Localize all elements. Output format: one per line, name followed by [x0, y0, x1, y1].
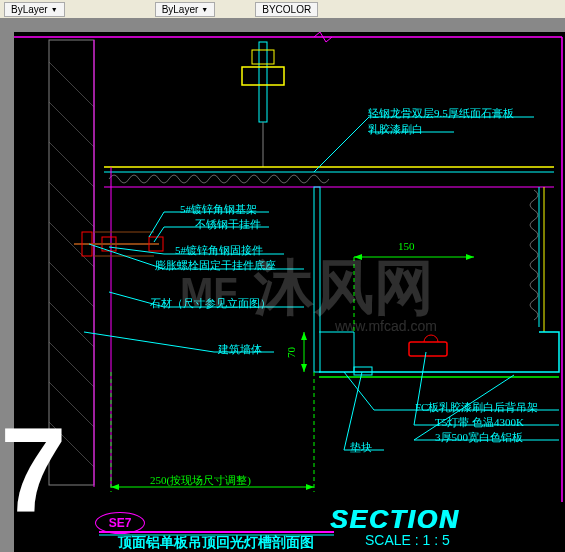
layer-dropdown-2[interactable]: ByLayer▼	[155, 2, 216, 17]
label-paint: 乳胶漆刷白	[368, 122, 423, 137]
svg-line-6	[49, 182, 94, 227]
svg-rect-24	[314, 187, 320, 372]
label-l1: 5#镀锌角钢基架	[180, 202, 257, 217]
toolbar: ByLayer▼ ByLayer▼ BYCOLOR	[0, 0, 565, 18]
title-cn: 顶面铝单板吊顶回光灯槽剖面图	[118, 534, 314, 552]
svg-line-3	[49, 62, 94, 107]
svg-marker-35	[306, 484, 314, 490]
svg-line-9	[49, 302, 94, 347]
svg-rect-15	[242, 67, 284, 85]
label-l5: 石材（尺寸参见立面图）	[150, 296, 271, 311]
label-l6: 建筑墙体	[218, 342, 262, 357]
svg-line-66	[314, 117, 369, 172]
label-l4: 膨胀螺栓固定干挂件底座	[155, 258, 276, 273]
dim-70: 70	[285, 347, 297, 358]
svg-line-10	[49, 342, 94, 387]
label-r3: 3厚500宽白色铝板	[435, 430, 523, 445]
svg-marker-40	[466, 254, 474, 260]
label-gypsum: 轻钢龙骨双层9.5厚纸面石膏板	[368, 106, 514, 121]
label-l3: 5#镀锌角钢固接件	[175, 243, 263, 258]
label-l2: 不锈钢干挂件	[195, 217, 261, 232]
svg-line-56	[84, 332, 214, 352]
svg-marker-34	[111, 484, 119, 490]
sheet-number: 7	[0, 421, 67, 517]
ruler-top	[0, 18, 565, 32]
label-r1: FC板乳胶漆刷白后背吊架	[415, 400, 538, 415]
scale-label: SCALE : 1 : 5	[365, 532, 450, 548]
color-dropdown[interactable]: BYCOLOR	[255, 2, 318, 17]
dim-150: 150	[398, 240, 415, 252]
label-padblock: 垫块	[350, 440, 372, 455]
layer-dropdown-1[interactable]: ByLayer▼	[4, 2, 65, 17]
section-tag: SE7	[95, 512, 145, 534]
svg-rect-16	[252, 50, 274, 64]
svg-marker-44	[301, 364, 307, 372]
svg-rect-26	[354, 367, 372, 375]
svg-marker-39	[354, 254, 362, 260]
label-r2: T5灯带 色温4300K	[435, 415, 524, 430]
svg-line-46	[149, 212, 164, 237]
svg-line-4	[49, 102, 94, 147]
cad-canvas[interactable]: 轻钢龙骨双层9.5厚纸面石膏板 乳胶漆刷白 5#镀锌角钢基架 不锈钢干挂件 5#…	[0, 18, 565, 552]
svg-rect-25	[409, 342, 447, 356]
section-heading: SECTION	[330, 504, 460, 535]
svg-line-8	[49, 262, 94, 307]
svg-marker-43	[301, 332, 307, 340]
svg-rect-14	[259, 42, 267, 122]
svg-line-5	[49, 142, 94, 187]
dim-250: 250(按现场尺寸调整)	[150, 473, 251, 488]
